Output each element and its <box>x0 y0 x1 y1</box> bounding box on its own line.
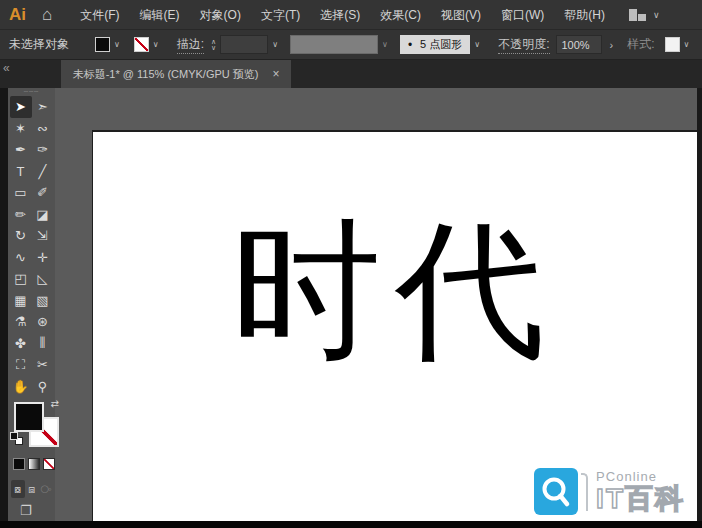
hand-tool[interactable]: ✋ <box>10 376 32 398</box>
rotate-tool-icon: ↻ <box>15 228 26 243</box>
menu-item-edit[interactable]: 编辑(E) <box>130 0 190 30</box>
zoom-tool-icon: ⚲ <box>38 379 48 394</box>
document-tab[interactable]: 未标题-1* @ 115% (CMYK/GPU 预览) × <box>61 60 292 88</box>
default-fill-stroke-icon[interactable] <box>10 432 23 445</box>
opacity-input[interactable]: 100% <box>556 35 602 54</box>
artboard-text[interactable]: 时代 <box>231 208 559 373</box>
fill-stroke-indicator: ⇄ <box>12 400 59 452</box>
stroke-color-control[interactable]: ∨ <box>134 37 163 52</box>
menu-item-help[interactable]: 帮助(H) <box>554 0 615 30</box>
main-area: ┄┄┄ ➤➣✶∾✒✑T╱▭✐✏◪↻⇲∿✛◰◺▦▧⚗⊛✤⫼⛶✂✋⚲ ⇄ ⧇⧈⧂ ❐ <box>0 88 702 521</box>
width-profile-field[interactable] <box>290 35 378 54</box>
apply-none-button[interactable] <box>43 458 55 470</box>
artboard-tool[interactable]: ⛶ <box>10 354 32 376</box>
apply-color-button[interactable] <box>13 458 25 470</box>
canvas-pasteboard[interactable]: 时代 PConline IT百科 <box>55 88 697 521</box>
mesh-tool[interactable]: ▦ <box>10 290 32 312</box>
scale-tool[interactable]: ⇲ <box>32 225 54 247</box>
symbol-sprayer-tool-icon: ✤ <box>15 336 26 351</box>
brush-preview-dot: • <box>408 38 412 52</box>
graphic-style-swatch[interactable] <box>665 37 680 52</box>
control-bar: 未选择对象 ∨ ∨ 描边: ∧ ∨ ∨ ∨ •5 点圆形 ∨ 不透明度: 100… <box>0 30 702 60</box>
menu-item-object[interactable]: 对象(O) <box>190 0 251 30</box>
perspective-grid-tool-icon: ◺ <box>38 271 48 286</box>
menu-item-effect[interactable]: 效果(C) <box>370 0 431 30</box>
column-graph-tool-icon: ⫼ <box>40 335 46 351</box>
stroke-weight-label[interactable]: 描边: <box>177 36 204 54</box>
perspective-grid-tool[interactable]: ◺ <box>32 268 54 290</box>
paintbrush-tool[interactable]: ✐ <box>32 182 54 204</box>
draw-normal-mode[interactable]: ⧇ <box>11 480 25 498</box>
draw-behind-mode[interactable]: ⧈ <box>25 480 39 498</box>
line-segment-tool[interactable]: ╱ <box>32 161 54 183</box>
right-edge-strip <box>697 88 702 521</box>
selection-tool[interactable]: ➤ <box>10 96 32 118</box>
artboard[interactable]: 时代 <box>92 130 697 521</box>
fill-color-control[interactable]: ∨ <box>95 37 124 52</box>
slice-tool[interactable]: ✂ <box>32 354 54 376</box>
type-tool-icon: T <box>17 164 25 179</box>
stroke-none-swatch[interactable] <box>134 37 149 52</box>
stroke-weight-dropdown[interactable]: ∨ <box>216 35 282 54</box>
width-profile-dropdown[interactable]: ∨ <box>282 35 392 54</box>
eraser-tool[interactable]: ◪ <box>32 204 54 226</box>
graphic-style-control[interactable]: ∨ <box>665 37 694 52</box>
apply-color-row <box>13 458 55 470</box>
brush-definition-value: 5 点圆形 <box>420 37 462 52</box>
brush-definition-field[interactable]: •5 点圆形 <box>400 35 470 54</box>
eyedropper-tool-icon: ⚗ <box>15 314 27 329</box>
zoom-tool[interactable]: ⚲ <box>32 376 54 398</box>
shaper-tool[interactable]: ✏ <box>10 204 32 226</box>
column-graph-tool[interactable]: ⫼ <box>32 333 54 355</box>
collapse-panel-icon[interactable]: « <box>0 60 13 88</box>
opacity-slider-arrow-icon[interactable]: › <box>610 39 614 51</box>
illustrator-logo: Ai <box>9 5 26 25</box>
curvature-tool[interactable]: ✑ <box>32 139 54 161</box>
apply-gradient-button[interactable] <box>28 458 40 470</box>
chevron-down-icon[interactable]: ∨ <box>268 40 282 49</box>
home-icon[interactable]: ⌂ <box>42 5 52 25</box>
type-tool[interactable]: T <box>10 161 32 183</box>
chevron-down-icon[interactable]: ∨ <box>378 40 392 49</box>
rotate-tool[interactable]: ↻ <box>10 225 32 247</box>
watermark-bracket <box>581 473 588 511</box>
menu-item-type[interactable]: 文字(T) <box>251 0 310 30</box>
stroke-weight-field[interactable] <box>220 35 268 54</box>
direct-selection-tool[interactable]: ➣ <box>32 96 54 118</box>
lasso-tool[interactable]: ∾ <box>32 118 54 140</box>
width-tool[interactable]: ∿ <box>10 247 32 269</box>
rectangle-tool[interactable]: ▭ <box>10 182 32 204</box>
fill-color-swatch[interactable] <box>95 37 110 52</box>
chevron-down-icon[interactable]: ∨ <box>149 40 163 49</box>
gradient-tool[interactable]: ▧ <box>32 290 54 312</box>
magic-wand-tool[interactable]: ✶ <box>10 118 32 140</box>
default-fill-mini <box>10 432 18 440</box>
eyedropper-tool[interactable]: ⚗ <box>10 311 32 333</box>
chevron-down-icon[interactable]: ∨ <box>110 40 124 49</box>
rectangle-tool-icon: ▭ <box>14 185 26 200</box>
brush-definition-dropdown[interactable]: •5 点圆形 ∨ <box>392 35 484 54</box>
symbol-sprayer-tool[interactable]: ✤ <box>10 333 32 355</box>
workspace-switcher-button[interactable]: ∨ <box>629 9 660 21</box>
panel-grip[interactable]: ┄┄┄ <box>8 88 55 96</box>
chevron-down-icon[interactable]: ∨ <box>680 40 694 49</box>
magnifier-icon <box>539 474 573 510</box>
menu-item-select[interactable]: 选择(S) <box>310 0 370 30</box>
shape-builder-tool[interactable]: ◰ <box>10 268 32 290</box>
menu-item-view[interactable]: 视图(V) <box>431 0 491 30</box>
blend-tool[interactable]: ⊛ <box>32 311 54 333</box>
puppet-warp-tool[interactable]: ✛ <box>32 247 54 269</box>
change-screen-mode-button[interactable]: ❐ <box>20 503 32 518</box>
fill-indicator-swatch[interactable] <box>14 402 44 432</box>
opacity-label[interactable]: 不透明度: <box>498 36 549 54</box>
pen-tool[interactable]: ✒ <box>10 139 32 161</box>
chevron-down-icon[interactable]: ∨ <box>470 40 484 49</box>
menu-item-window[interactable]: 窗口(W) <box>491 0 554 30</box>
close-icon[interactable]: × <box>272 67 279 81</box>
tools-panel: ┄┄┄ ➤➣✶∾✒✑T╱▭✐✏◪↻⇲∿✛◰◺▦▧⚗⊛✤⫼⛶✂✋⚲ ⇄ ⧇⧈⧂ ❐ <box>8 88 55 521</box>
swap-fill-stroke-icon[interactable]: ⇄ <box>51 398 59 409</box>
paintbrush-tool-icon: ✐ <box>37 185 48 200</box>
mesh-tool-icon: ▦ <box>14 293 26 308</box>
shaper-tool-icon: ✏ <box>15 207 26 222</box>
menu-item-file[interactable]: 文件(F) <box>70 0 129 30</box>
